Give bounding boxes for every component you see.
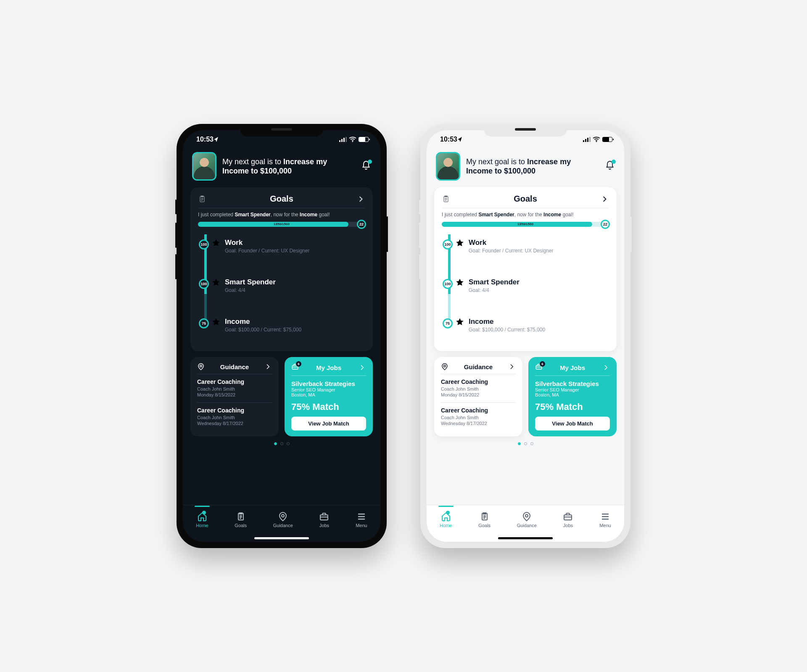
- nav-jobs[interactable]: Jobs: [319, 512, 329, 528]
- goals-completed-text: I just completed Smart Spender, now for …: [198, 212, 365, 218]
- goal-score-badge: 75: [199, 318, 209, 328]
- clipboard-icon: [236, 512, 246, 522]
- star-filled-icon: [211, 278, 221, 287]
- pin-icon: [197, 363, 205, 370]
- star-filled-icon: [455, 239, 464, 248]
- guidance-item[interactable]: Career Coaching Coach John Smith Monday …: [197, 374, 272, 402]
- guidance-item[interactable]: Career Coaching Coach John Smith Wednesd…: [197, 402, 272, 431]
- view-job-match-button[interactable]: View Job Match: [291, 417, 366, 430]
- page-dots[interactable]: [434, 442, 617, 445]
- progress-cap-badge: 22: [357, 220, 366, 229]
- job-company: Silverback Strategies: [535, 380, 610, 387]
- avatar[interactable]: [436, 152, 460, 181]
- goal-item[interactable]: 75 IncomeGoal: $100,000 / Current: $75,0…: [455, 318, 609, 343]
- nav-dot: [202, 511, 206, 514]
- briefcase-icon: [319, 512, 329, 522]
- chevron-right-icon: [357, 195, 365, 203]
- goals-timeline: 100 WorkGoal: Founder / Current: UX Desi…: [198, 234, 365, 343]
- header: My next goal is to Increase my Income to…: [183, 149, 380, 187]
- pin-icon: [522, 512, 532, 522]
- briefcase-icon: 6: [535, 363, 543, 372]
- goals-completed-text: I just completed Smart Spender, now for …: [442, 212, 609, 218]
- location-arrow-icon: [214, 136, 219, 142]
- nav-guidance[interactable]: Guidance: [517, 512, 537, 528]
- goal-item[interactable]: 100 WorkGoal: Founder / Current: UX Desi…: [455, 239, 609, 276]
- clipboard-icon: [480, 512, 490, 522]
- briefcase-icon: 6: [291, 363, 299, 372]
- bottom-nav: Home Goals Guidance Jobs Menu: [183, 505, 380, 542]
- phone-light-mockup: 10:53 My next goal is to Increase my Inc…: [420, 124, 630, 548]
- goals-title: Goals: [211, 194, 353, 204]
- goal-score-badge: 100: [199, 279, 209, 289]
- notifications-button[interactable]: [361, 160, 371, 172]
- goal-item[interactable]: 75 IncomeGoal: $100,000 / Current: $75,0…: [211, 318, 365, 343]
- goal-item[interactable]: 100 Smart SpenderGoal: 4/4: [455, 278, 609, 316]
- battery-icon: [602, 137, 612, 142]
- menu-icon: [600, 512, 610, 522]
- page-dots[interactable]: [190, 442, 373, 445]
- clipboard-icon: [442, 195, 450, 203]
- status-time: 10:53: [440, 136, 457, 143]
- goal-item[interactable]: 100 Smart SpenderGoal: 4/4: [211, 278, 365, 316]
- nav-dot: [446, 511, 450, 514]
- goal-score-badge: 100: [199, 239, 209, 249]
- goal-item[interactable]: 100 WorkGoal: Founder / Current: UX Desi…: [211, 239, 365, 276]
- notifications-button[interactable]: [605, 160, 615, 172]
- home-indicator: [498, 537, 553, 539]
- job-role: Senior SEO Manager: [535, 387, 610, 392]
- wifi-icon: [349, 136, 356, 142]
- job-match: 75% Match: [291, 402, 366, 412]
- notification-dot: [612, 160, 616, 164]
- goal-score-badge: 100: [443, 239, 453, 249]
- goals-progress-bar: 1350/1500 22: [442, 222, 609, 227]
- nav-home[interactable]: Home: [196, 512, 208, 528]
- briefcase-icon: [563, 512, 573, 522]
- notification-dot: [368, 160, 372, 164]
- nav-menu[interactable]: Menu: [599, 512, 611, 528]
- view-job-match-button[interactable]: View Job Match: [535, 417, 610, 430]
- bottom-nav: Home Goals Guidance Jobs Menu: [427, 505, 624, 542]
- jobs-card[interactable]: 6 My Jobs Silverback Strategies Senior S…: [285, 357, 373, 436]
- guidance-item[interactable]: Career Coaching Coach John Smith Wednesd…: [441, 402, 516, 431]
- chevron-right-icon: [359, 364, 366, 371]
- goals-card[interactable]: Goals I just completed Smart Spender, no…: [190, 187, 373, 351]
- job-match: 75% Match: [535, 402, 610, 412]
- status-time: 10:53: [196, 136, 214, 143]
- job-location: Boston, MA: [291, 392, 366, 397]
- jobs-badge: 6: [296, 361, 301, 367]
- nav-goals[interactable]: Goals: [478, 512, 491, 528]
- goals-timeline: 100 WorkGoal: Founder / Current: UX Desi…: [442, 234, 609, 343]
- home-indicator: [254, 537, 309, 539]
- menu-icon: [356, 512, 367, 522]
- goals-progress-bar: 1350/1500 22: [198, 222, 365, 227]
- guidance-card[interactable]: Guidance Career Coaching Coach John Smit…: [434, 357, 522, 436]
- guidance-item[interactable]: Career Coaching Coach John Smith Monday …: [441, 374, 516, 402]
- star-empty-icon: [455, 318, 464, 327]
- location-arrow-icon: [457, 136, 462, 142]
- signal-icon: [583, 136, 591, 142]
- star-filled-icon: [455, 278, 464, 287]
- wifi-icon: [593, 136, 600, 142]
- nav-jobs[interactable]: Jobs: [563, 512, 573, 528]
- header: My next goal is to Increase my Income to…: [427, 149, 624, 187]
- pin-icon: [278, 512, 288, 522]
- goal-headline: My next goal is to Increase my Income to…: [222, 157, 355, 176]
- guidance-card[interactable]: Guidance Career Coaching Coach John Smit…: [190, 357, 279, 436]
- signal-icon: [339, 136, 347, 142]
- nav-guidance[interactable]: Guidance: [273, 512, 293, 528]
- chevron-right-icon: [264, 363, 272, 370]
- chevron-right-icon: [508, 363, 516, 370]
- avatar[interactable]: [192, 152, 216, 181]
- jobs-badge: 6: [540, 361, 545, 367]
- goals-title: Goals: [454, 194, 596, 204]
- nav-menu[interactable]: Menu: [356, 512, 367, 528]
- goals-card[interactable]: Goals I just completed Smart Spender, no…: [434, 187, 617, 351]
- nav-home[interactable]: Home: [440, 512, 452, 528]
- progress-cap-badge: 22: [601, 220, 610, 229]
- chevron-right-icon: [601, 195, 609, 203]
- jobs-card[interactable]: 6 My Jobs Silverback Strategies Senior S…: [528, 357, 617, 436]
- job-location: Boston, MA: [535, 392, 610, 397]
- job-role: Senior SEO Manager: [291, 387, 366, 392]
- goal-score-badge: 100: [443, 279, 453, 289]
- nav-goals[interactable]: Goals: [235, 512, 247, 528]
